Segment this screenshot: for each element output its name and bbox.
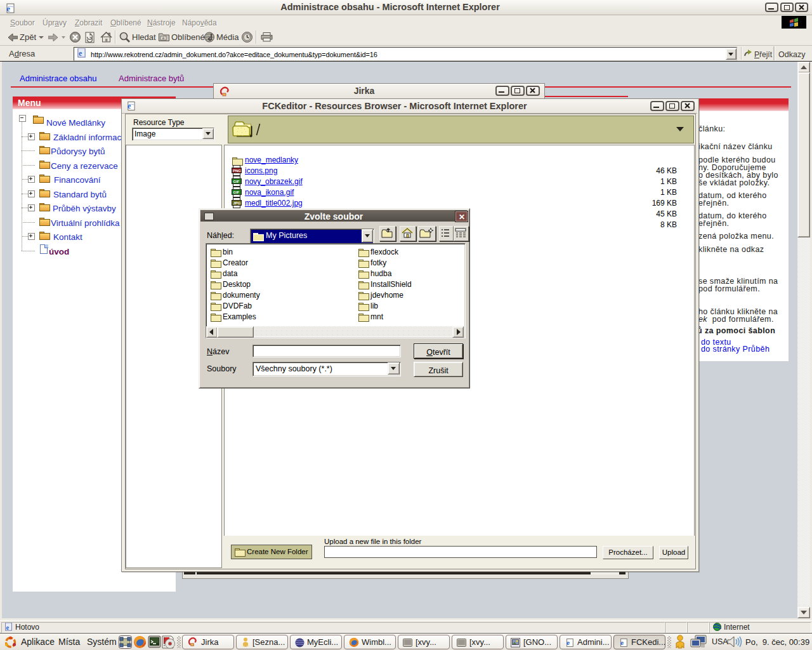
- svg-text:GIF: GIF: [233, 180, 240, 183]
- svg-text:JPG: JPG: [233, 201, 241, 205]
- svg-text:GIF: GIF: [233, 190, 240, 194]
- svg-text:PNG: PNG: [233, 169, 241, 173]
- svg-text:e: e: [79, 49, 82, 58]
- svg-text:e: e: [6, 624, 10, 631]
- svg-text:e: e: [566, 639, 570, 646]
- svg-text:e: e: [620, 639, 624, 646]
